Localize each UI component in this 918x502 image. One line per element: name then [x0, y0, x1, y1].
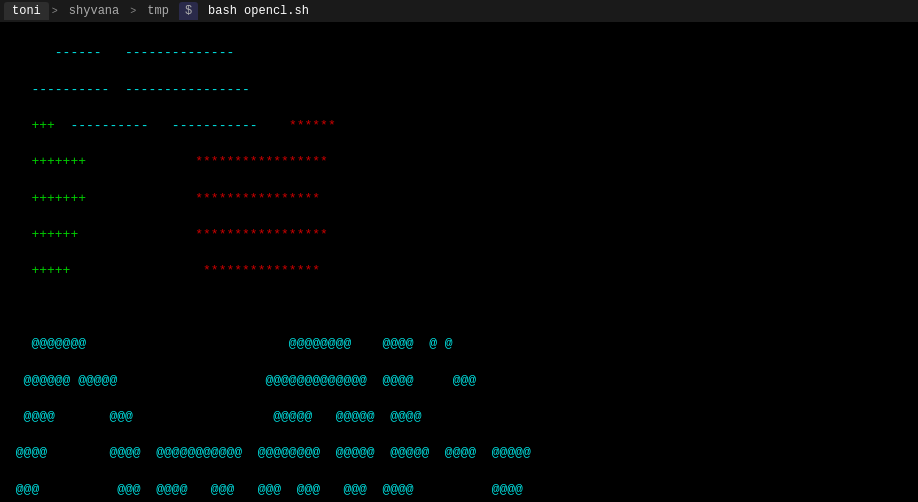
tab-dollar: $: [179, 2, 198, 20]
terminal-line: @@@@ @@@ @@@@@ @@@@@ @@@@: [8, 408, 910, 426]
terminal-line: @@@ @@@ @@@@ @@@ @@@ @@@ @@@ @@@@ @@@@: [8, 481, 910, 499]
terminal-line: @@@@ @@@@ @@@@@@@@@@@ @@@@@@@@ @@@@@ @@@…: [8, 444, 910, 462]
tab-tmp[interactable]: tmp: [139, 2, 177, 20]
terminal-content: ------ -------------- ---------- -------…: [0, 22, 918, 502]
arrow2: >: [130, 6, 136, 17]
terminal-line: +++++ ***************: [8, 262, 910, 280]
terminal-line: +++ ---------- ----------- ******: [8, 117, 910, 135]
tab-bar: toni > shyvana > tmp $ bash opencl.sh: [0, 0, 918, 22]
terminal-line: ---------- ----------------: [8, 81, 910, 99]
terminal-line: ++++++ *****************: [8, 226, 910, 244]
terminal-line: ------ --------------: [8, 44, 910, 62]
terminal-line: @@@@@@@ @@@@@@@@ @@@@ @ @: [8, 335, 910, 353]
terminal-line: [8, 299, 910, 317]
tab-toni[interactable]: toni: [4, 2, 49, 20]
tab-shyvana[interactable]: shyvana: [61, 2, 127, 20]
tab-command: bash opencl.sh: [200, 2, 317, 20]
terminal-window: toni > shyvana > tmp $ bash opencl.sh --…: [0, 0, 918, 502]
arrow1: >: [52, 6, 58, 17]
terminal-line: +++++++ *****************: [8, 153, 910, 171]
terminal-line: @@@@@@ @@@@@ @@@@@@@@@@@@@ @@@@ @@@: [8, 372, 910, 390]
terminal-line: +++++++ ****************: [8, 190, 910, 208]
